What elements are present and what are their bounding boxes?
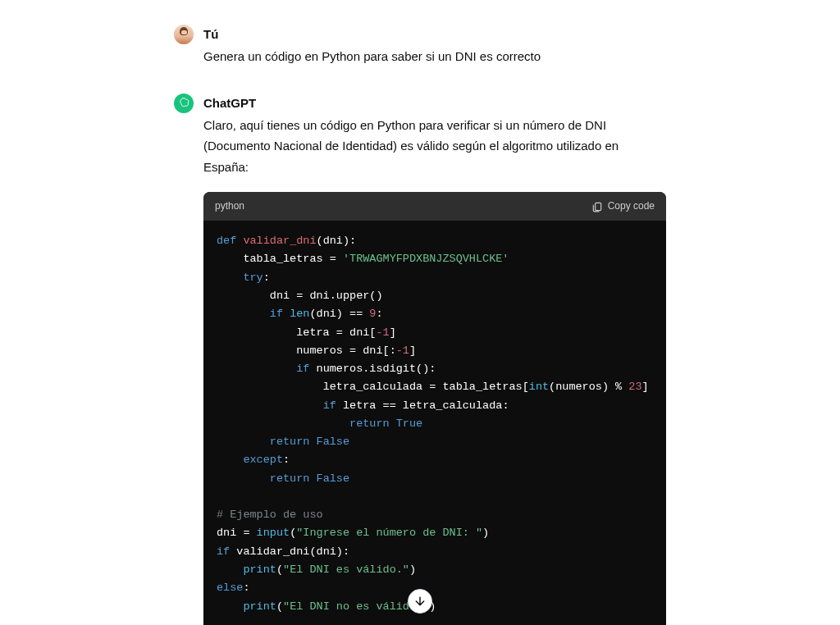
- assistant-message: ChatGPT Claro, aquí tienes un código en …: [174, 94, 666, 626]
- assistant-avatar: [174, 94, 194, 113]
- chat-thread: Tú Genera un código en Python para saber…: [158, 0, 682, 625]
- user-avatar: [174, 25, 194, 44]
- arrow-down-icon: [413, 595, 427, 608]
- svg-rect-0: [595, 203, 600, 210]
- code-block: python Copy code def validar_dni(dni): t…: [203, 192, 666, 625]
- code-language: python: [215, 198, 244, 214]
- user-message: Tú Genera un código en Python para saber…: [174, 25, 666, 67]
- clipboard-icon: [591, 201, 603, 212]
- user-text: Genera un código en Python para saber si…: [203, 46, 666, 67]
- user-name: Tú: [203, 25, 666, 44]
- assistant-name: ChatGPT: [203, 94, 666, 113]
- code-header: python Copy code: [203, 192, 666, 221]
- copy-code-button[interactable]: Copy code: [591, 198, 655, 214]
- assistant-text: Claro, aquí tienes un código en Python p…: [203, 115, 666, 178]
- copy-code-label: Copy code: [608, 198, 655, 214]
- openai-icon: [177, 97, 190, 110]
- code-content[interactable]: def validar_dni(dni): tabla_letras = 'TR…: [203, 221, 666, 625]
- scroll-to-bottom-button[interactable]: [408, 589, 432, 614]
